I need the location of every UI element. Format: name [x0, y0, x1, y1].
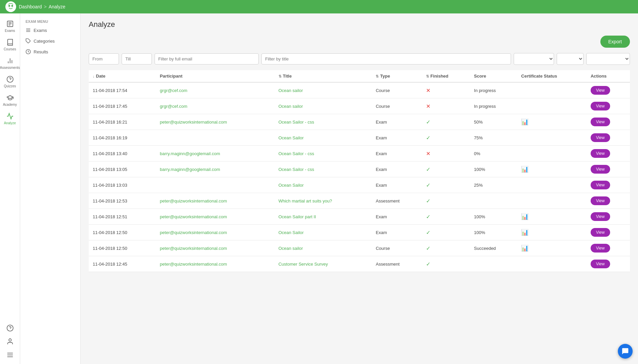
view-button[interactable]: View [591, 86, 610, 95]
page-title: Analyze [89, 20, 630, 29]
cell-participant [156, 177, 274, 193]
cell-participant: barry.maginn@googlemail.com [156, 146, 274, 162]
title-link[interactable]: Ocean Sailor - css [279, 167, 314, 172]
filter-from-input[interactable] [89, 53, 119, 64]
view-button[interactable]: View [591, 165, 610, 174]
svg-point-1 [8, 5, 10, 7]
title-link[interactable]: Customer Service Survey [279, 262, 328, 267]
cell-finished: ✓ [422, 177, 470, 193]
filter-title-input[interactable] [261, 53, 511, 64]
sidebar-item-menu[interactable] [5, 348, 15, 361]
sidebar-item-assessments[interactable]: Assessments [0, 54, 20, 72]
sidebar-item-exams[interactable]: Exams [0, 17, 20, 35]
participant-email-link[interactable]: peter@quizworksinternational.com [160, 246, 227, 251]
col-finished[interactable]: ⇅Finished [422, 70, 470, 82]
participant-email-link[interactable]: grgr@cef.com [160, 88, 187, 93]
title-link[interactable]: Ocean sailor [279, 104, 303, 109]
cell-participant: barry.maginn@googlemail.com [156, 162, 274, 177]
cell-cert [517, 130, 587, 146]
view-button[interactable]: View [591, 244, 610, 253]
cell-cert [517, 193, 587, 209]
col-title[interactable]: ⇅Title [274, 70, 372, 82]
menu-item-categories[interactable]: Categories [20, 36, 80, 46]
view-button[interactable]: View [591, 212, 610, 221]
participant-email-link[interactable]: peter@quizworksinternational.com [160, 198, 227, 203]
sidebar-item-courses[interactable]: Courses [0, 35, 20, 54]
view-button[interactable]: View [591, 228, 610, 237]
view-button[interactable]: View [591, 196, 610, 205]
title-link[interactable]: Ocean Sailor - css [279, 151, 314, 156]
cell-cert [517, 82, 587, 98]
cell-score: 25% [470, 177, 517, 193]
col-date[interactable]: ↓Date [89, 70, 156, 82]
filter-select-3[interactable]: Passed Failed [586, 53, 630, 65]
participant-email-link[interactable]: peter@quizworksinternational.com [160, 262, 227, 267]
cell-date: 11-04-2018 16:21 [89, 114, 156, 130]
sidebar-item-help[interactable] [5, 321, 15, 334]
menu-item-results[interactable]: Results [20, 46, 80, 57]
sidebar-item-analyze[interactable]: Analyze [0, 109, 20, 128]
analyze-label: Analyze [4, 121, 16, 125]
participant-email-link[interactable]: peter@quizworksinternational.com [160, 120, 227, 125]
view-button[interactable]: View [591, 102, 610, 110]
view-button[interactable]: View [591, 260, 610, 268]
sidebar-item-academy[interactable]: Academy [0, 91, 20, 109]
title-link[interactable]: Ocean Sailor [279, 183, 304, 188]
finished-check-icon: ✓ [426, 245, 430, 251]
title-link[interactable]: Ocean sailor [279, 246, 303, 251]
title-link[interactable]: Ocean Sailor [279, 135, 304, 140]
cell-cert [517, 177, 587, 193]
title-link[interactable]: Ocean Sailor part II [279, 214, 316, 219]
filter-select-1[interactable]: Course Exam Assessment [514, 53, 554, 65]
breadcrumb: Dashboard > Analyze [19, 4, 66, 9]
sidebar-item-quizzes[interactable]: Quizzes [0, 72, 20, 91]
cell-title: Ocean Sailor - css [274, 114, 372, 130]
cell-score: 75% [470, 130, 517, 146]
filter-email-input[interactable] [155, 53, 259, 64]
table-row: 11-04-2018 17:45 grgr@cef.com Ocean sail… [89, 98, 630, 114]
participant-email-link[interactable]: barry.maginn@googlemail.com [160, 167, 220, 172]
filter-select-2[interactable]: Yes No [557, 53, 584, 65]
breadcrumb-current: Analyze [49, 4, 66, 9]
col-type[interactable]: ⇅Type [372, 70, 422, 82]
participant-email-link[interactable]: peter@quizworksinternational.com [160, 214, 227, 219]
title-link[interactable]: Ocean Sailor - css [279, 120, 314, 125]
view-button[interactable]: View [591, 149, 610, 158]
cell-title: Ocean sailor [274, 82, 372, 98]
certificate-icon[interactable]: 📊 [521, 166, 528, 173]
participant-email-link[interactable]: peter@quizworksinternational.com [160, 230, 227, 235]
icon-sidebar: Exams Courses Assessments [0, 13, 20, 364]
certificate-icon[interactable]: 📊 [521, 245, 528, 252]
filter-till-input[interactable] [122, 53, 152, 64]
view-button[interactable]: View [591, 133, 610, 142]
menu-item-exams[interactable]: Exams [20, 25, 80, 36]
chat-bubble[interactable] [618, 344, 633, 359]
sidebar-item-profile[interactable] [5, 334, 15, 348]
view-button[interactable]: View [591, 118, 610, 126]
cell-date: 11-04-2018 13:05 [89, 162, 156, 177]
finished-x-icon: ✕ [426, 88, 430, 93]
cell-type: Exam [372, 177, 422, 193]
cell-date: 11-04-2018 13:40 [89, 146, 156, 162]
title-link[interactable]: Ocean Sailor [279, 230, 304, 235]
export-button[interactable]: Export [600, 36, 630, 48]
col-participant[interactable]: Participant [156, 70, 274, 82]
cell-type: Exam [372, 225, 422, 240]
certificate-icon[interactable]: 📊 [521, 119, 528, 125]
certificate-icon[interactable]: 📊 [521, 229, 528, 236]
cell-actions: View [587, 256, 630, 272]
cell-score: Succeeded [470, 240, 517, 256]
title-link[interactable]: Ocean sailor [279, 88, 303, 93]
certificate-icon[interactable]: 📊 [521, 213, 528, 220]
participant-email-link[interactable]: grgr@cef.com [160, 104, 187, 109]
participant-email-link[interactable]: barry.maginn@googlemail.com [160, 151, 220, 156]
cell-score: In progress [470, 98, 517, 114]
cell-score [470, 193, 517, 209]
title-link[interactable]: Which martial art suits you? [279, 198, 332, 203]
quizzes-label: Quizzes [4, 84, 16, 88]
cell-actions: View [587, 130, 630, 146]
cell-score: 100% [470, 225, 517, 240]
cell-date: 11-04-2018 17:54 [89, 82, 156, 98]
view-button[interactable]: View [591, 181, 610, 189]
dashboard-link[interactable]: Dashboard [19, 4, 42, 9]
